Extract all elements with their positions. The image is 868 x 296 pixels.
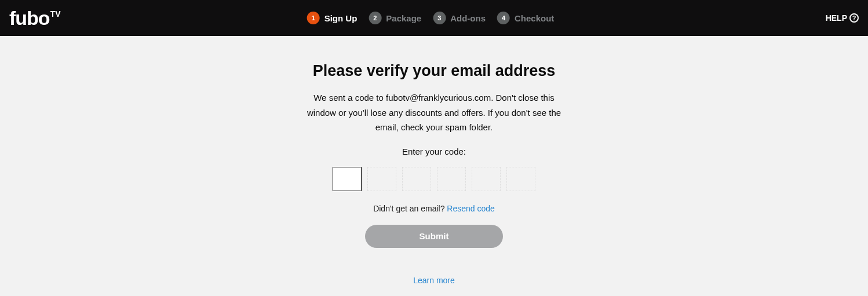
help-label: HELP: [826, 13, 847, 23]
resend-code-link[interactable]: Resend code: [447, 204, 495, 213]
header: fubo TV 1 Sign Up 2 Package 3 Add-ons 4 …: [0, 0, 868, 36]
code-digit-4[interactable]: [437, 167, 466, 191]
code-digit-5[interactable]: [472, 167, 501, 191]
logo[interactable]: fubo TV: [9, 8, 61, 28]
help-button[interactable]: HELP ?: [826, 13, 859, 23]
didnt-get-text: Didn't get an email?: [373, 204, 447, 213]
code-digit-2[interactable]: [367, 167, 396, 191]
learn-more-link[interactable]: Learn more: [413, 276, 455, 285]
help-icon: ?: [849, 13, 859, 23]
signup-steps: 1 Sign Up 2 Package 3 Add-ons 4 Checkout: [307, 12, 561, 24]
submit-button[interactable]: Submit: [365, 225, 503, 248]
step-checkout: 4 Checkout: [497, 12, 554, 24]
code-input-group: [333, 167, 535, 191]
logo-text-tv: TV: [50, 9, 61, 19]
step-label: Sign Up: [324, 13, 358, 23]
step-addons: 3 Add-ons: [433, 12, 486, 24]
code-digit-6[interactable]: [506, 167, 535, 191]
step-label: Package: [386, 13, 421, 23]
logo-text-main: fubo: [9, 8, 50, 28]
main-content: Please verify your email address We sent…: [0, 36, 868, 285]
enter-code-label: Enter your code:: [402, 147, 466, 156]
step-package: 2 Package: [369, 12, 421, 24]
step-number: 1: [307, 12, 320, 24]
page-title: Please verify your email address: [313, 62, 556, 80]
step-signup: 1 Sign Up: [307, 12, 358, 24]
code-digit-3[interactable]: [402, 167, 431, 191]
description-text: We sent a code to fubotv@franklycurious.…: [301, 90, 567, 135]
step-label: Checkout: [515, 13, 554, 23]
code-digit-1[interactable]: [333, 167, 362, 191]
step-number: 4: [497, 12, 510, 24]
resend-row: Didn't get an email? Resend code: [373, 204, 495, 213]
step-number: 3: [433, 12, 446, 24]
step-number: 2: [369, 12, 381, 24]
step-label: Add-ons: [450, 13, 486, 23]
